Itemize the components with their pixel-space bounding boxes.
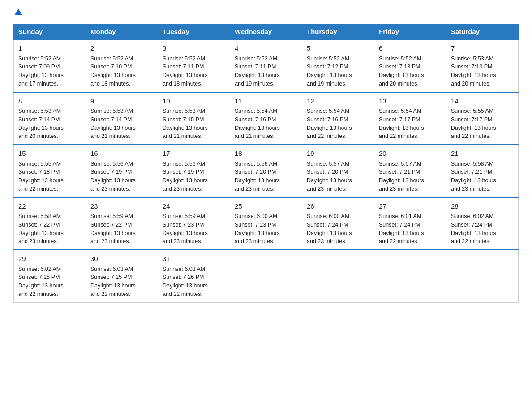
day-number: 25: [235, 201, 297, 212]
calendar-day-cell: 26Sunrise: 6:00 AM Sunset: 7:24 PM Dayli…: [302, 197, 374, 250]
day-number: 12: [307, 96, 369, 107]
calendar-week-row: 1Sunrise: 5:52 AM Sunset: 7:09 PM Daylig…: [14, 39, 519, 92]
calendar-day-cell: 14Sunrise: 5:55 AM Sunset: 7:17 PM Dayli…: [446, 92, 519, 145]
day-info: Sunrise: 5:56 AM Sunset: 7:19 PM Dayligh…: [163, 160, 225, 193]
day-info: Sunrise: 6:03 AM Sunset: 7:25 PM Dayligh…: [90, 265, 153, 299]
day-number: 3: [163, 43, 225, 54]
day-info: Sunrise: 6:00 AM Sunset: 7:23 PM Dayligh…: [235, 212, 297, 246]
day-number: 27: [379, 201, 442, 212]
day-number: 8: [18, 96, 81, 107]
day-number: 7: [451, 43, 514, 54]
day-number: 11: [235, 96, 297, 107]
calendar-week-row: 15Sunrise: 5:55 AM Sunset: 7:18 PM Dayli…: [14, 145, 519, 197]
day-number: 16: [90, 149, 153, 159]
day-number: 24: [163, 201, 225, 212]
day-number: 22: [18, 201, 81, 212]
calendar-day-cell: 23Sunrise: 5:59 AM Sunset: 7:22 PM Dayli…: [86, 197, 158, 250]
calendar-day-cell: 2Sunrise: 5:52 AM Sunset: 7:10 PM Daylig…: [86, 39, 158, 92]
calendar-day-cell: 12Sunrise: 5:54 AM Sunset: 7:16 PM Dayli…: [302, 92, 374, 145]
day-number: 31: [163, 254, 225, 264]
day-number: 13: [379, 96, 442, 107]
day-info: Sunrise: 5:57 AM Sunset: 7:20 PM Dayligh…: [307, 160, 369, 193]
day-info: Sunrise: 5:53 AM Sunset: 7:15 PM Dayligh…: [163, 107, 225, 141]
day-number: 1: [18, 43, 81, 54]
calendar-day-cell: 5Sunrise: 5:52 AM Sunset: 7:12 PM Daylig…: [302, 39, 374, 92]
day-info: Sunrise: 6:00 AM Sunset: 7:24 PM Dayligh…: [307, 212, 369, 246]
calendar-day-cell: 3Sunrise: 5:52 AM Sunset: 7:11 PM Daylig…: [158, 39, 230, 92]
calendar-day-cell: 15Sunrise: 5:55 AM Sunset: 7:18 PM Dayli…: [14, 145, 86, 197]
day-number: 17: [163, 149, 225, 159]
day-info: Sunrise: 5:54 AM Sunset: 7:16 PM Dayligh…: [307, 107, 369, 141]
day-info: Sunrise: 5:52 AM Sunset: 7:13 PM Dayligh…: [379, 55, 442, 88]
calendar-day-cell: 7Sunrise: 5:53 AM Sunset: 7:13 PM Daylig…: [446, 39, 519, 92]
calendar-day-cell: 25Sunrise: 6:00 AM Sunset: 7:23 PM Dayli…: [230, 197, 302, 250]
logo-block: [13, 9, 22, 16]
calendar-empty-cell: [302, 250, 374, 302]
calendar-day-cell: 4Sunrise: 5:52 AM Sunset: 7:11 PM Daylig…: [230, 39, 302, 92]
calendar-day-cell: 31Sunrise: 6:03 AM Sunset: 7:26 PM Dayli…: [158, 250, 230, 302]
day-info: Sunrise: 5:55 AM Sunset: 7:17 PM Dayligh…: [451, 107, 514, 141]
calendar-day-cell: 19Sunrise: 5:57 AM Sunset: 7:20 PM Dayli…: [302, 145, 374, 197]
calendar-day-cell: 16Sunrise: 5:56 AM Sunset: 7:19 PM Dayli…: [86, 145, 158, 197]
day-info: Sunrise: 5:54 AM Sunset: 7:17 PM Dayligh…: [379, 107, 442, 141]
calendar-day-cell: 18Sunrise: 5:56 AM Sunset: 7:20 PM Dayli…: [230, 145, 302, 197]
day-number: 14: [451, 96, 514, 107]
calendar-empty-cell: [230, 250, 302, 302]
calendar-week-row: 29Sunrise: 6:02 AM Sunset: 7:25 PM Dayli…: [14, 250, 519, 302]
day-number: 30: [90, 254, 153, 264]
calendar-week-row: 8Sunrise: 5:53 AM Sunset: 7:14 PM Daylig…: [14, 92, 519, 145]
calendar-day-cell: 9Sunrise: 5:53 AM Sunset: 7:14 PM Daylig…: [86, 92, 158, 145]
day-number: 19: [307, 149, 369, 159]
calendar-day-cell: 10Sunrise: 5:53 AM Sunset: 7:15 PM Dayli…: [158, 92, 230, 145]
calendar-day-cell: 29Sunrise: 6:02 AM Sunset: 7:25 PM Dayli…: [14, 250, 86, 302]
day-info: Sunrise: 5:52 AM Sunset: 7:11 PM Dayligh…: [163, 55, 225, 88]
day-info: Sunrise: 5:52 AM Sunset: 7:10 PM Dayligh…: [90, 55, 153, 88]
day-number: 18: [235, 149, 297, 159]
day-info: Sunrise: 5:53 AM Sunset: 7:14 PM Dayligh…: [18, 107, 81, 141]
column-header-saturday: Saturday: [446, 24, 519, 40]
calendar-empty-cell: [374, 250, 446, 302]
calendar-day-cell: 30Sunrise: 6:03 AM Sunset: 7:25 PM Dayli…: [86, 250, 158, 302]
calendar-day-cell: 13Sunrise: 5:54 AM Sunset: 7:17 PM Dayli…: [374, 92, 446, 145]
calendar-day-cell: 24Sunrise: 5:59 AM Sunset: 7:23 PM Dayli…: [158, 197, 230, 250]
column-header-tuesday: Tuesday: [158, 24, 230, 40]
day-info: Sunrise: 5:58 AM Sunset: 7:21 PM Dayligh…: [451, 160, 514, 193]
day-info: Sunrise: 5:56 AM Sunset: 7:19 PM Dayligh…: [90, 160, 153, 193]
calendar-day-cell: 20Sunrise: 5:57 AM Sunset: 7:21 PM Dayli…: [374, 145, 446, 197]
day-number: 2: [90, 43, 153, 54]
day-number: 15: [18, 149, 81, 159]
day-number: 23: [90, 201, 153, 212]
column-header-thursday: Thursday: [302, 24, 374, 40]
header-row: SundayMondayTuesdayWednesdayThursdayFrid…: [14, 24, 519, 40]
calendar-day-cell: 22Sunrise: 5:58 AM Sunset: 7:22 PM Dayli…: [14, 197, 86, 250]
day-info: Sunrise: 5:52 AM Sunset: 7:12 PM Dayligh…: [307, 55, 369, 88]
day-info: Sunrise: 5:52 AM Sunset: 7:09 PM Dayligh…: [18, 55, 81, 88]
calendar-empty-cell: [446, 250, 519, 302]
day-number: 21: [451, 149, 514, 159]
day-number: 9: [90, 96, 153, 107]
column-header-sunday: Sunday: [14, 24, 86, 40]
day-info: Sunrise: 5:54 AM Sunset: 7:16 PM Dayligh…: [235, 107, 297, 141]
day-number: 5: [307, 43, 369, 54]
day-number: 29: [18, 254, 81, 264]
column-header-monday: Monday: [86, 24, 158, 40]
day-number: 4: [235, 43, 297, 54]
day-number: 26: [307, 201, 369, 212]
page-header: [13, 9, 519, 16]
day-info: Sunrise: 5:56 AM Sunset: 7:20 PM Dayligh…: [235, 160, 297, 193]
day-info: Sunrise: 5:55 AM Sunset: 7:18 PM Dayligh…: [18, 160, 81, 193]
day-info: Sunrise: 6:03 AM Sunset: 7:26 PM Dayligh…: [163, 265, 225, 299]
day-info: Sunrise: 5:53 AM Sunset: 7:14 PM Dayligh…: [90, 107, 153, 141]
day-info: Sunrise: 5:59 AM Sunset: 7:22 PM Dayligh…: [90, 212, 153, 246]
day-info: Sunrise: 5:53 AM Sunset: 7:13 PM Dayligh…: [451, 55, 514, 88]
day-number: 20: [379, 149, 442, 159]
calendar-day-cell: 21Sunrise: 5:58 AM Sunset: 7:21 PM Dayli…: [446, 145, 519, 197]
calendar-day-cell: 11Sunrise: 5:54 AM Sunset: 7:16 PM Dayli…: [230, 92, 302, 145]
calendar-day-cell: 1Sunrise: 5:52 AM Sunset: 7:09 PM Daylig…: [14, 39, 86, 92]
day-info: Sunrise: 5:59 AM Sunset: 7:23 PM Dayligh…: [163, 212, 225, 246]
day-info: Sunrise: 6:02 AM Sunset: 7:24 PM Dayligh…: [451, 212, 514, 246]
day-info: Sunrise: 6:01 AM Sunset: 7:24 PM Dayligh…: [379, 212, 442, 246]
day-number: 10: [163, 96, 225, 107]
column-header-wednesday: Wednesday: [230, 24, 302, 40]
calendar-day-cell: 8Sunrise: 5:53 AM Sunset: 7:14 PM Daylig…: [14, 92, 86, 145]
